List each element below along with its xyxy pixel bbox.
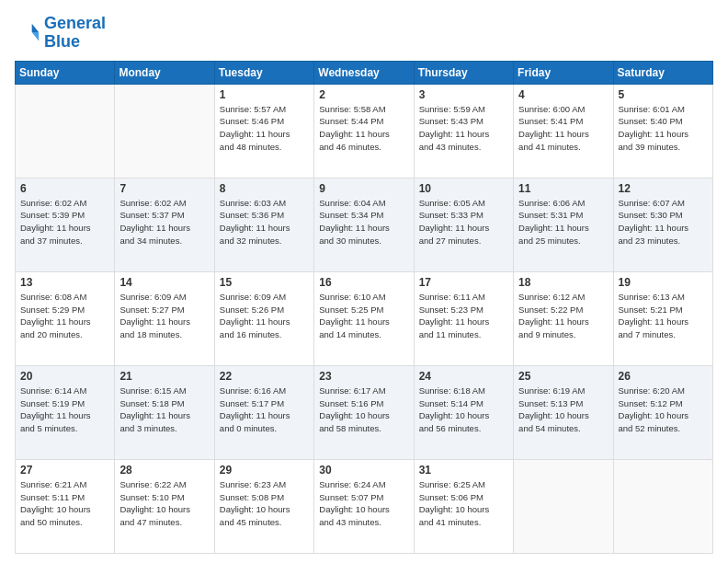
day-info: Sunrise: 6:16 AM Sunset: 5:17 PM Dayligh…	[220, 385, 309, 435]
weekday-header: Tuesday	[214, 61, 313, 84]
day-number: 9	[319, 182, 408, 195]
day-info: Sunrise: 6:17 AM Sunset: 5:16 PM Dayligh…	[319, 385, 408, 435]
calendar-cell: 20Sunrise: 6:14 AM Sunset: 5:19 PM Dayli…	[16, 365, 115, 459]
logo: General Blue	[15, 15, 106, 52]
day-info: Sunrise: 6:08 AM Sunset: 5:29 PM Dayligh…	[20, 291, 109, 341]
day-number: 26	[619, 370, 708, 383]
calendar-cell: 2Sunrise: 5:58 AM Sunset: 5:44 PM Daylig…	[314, 84, 414, 178]
day-info: Sunrise: 6:24 AM Sunset: 5:07 PM Dayligh…	[319, 478, 408, 529]
calendar-week-row: 1Sunrise: 5:57 AM Sunset: 5:46 PM Daylig…	[16, 84, 713, 178]
day-number: 11	[518, 182, 608, 195]
day-number: 23	[319, 370, 408, 383]
day-info: Sunrise: 5:57 AM Sunset: 5:46 PM Dayligh…	[220, 103, 309, 154]
logo-icon	[15, 20, 40, 46]
day-info: Sunrise: 6:01 AM Sunset: 5:40 PM Dayligh…	[619, 103, 708, 154]
day-number: 2	[319, 88, 408, 101]
calendar-cell: 11Sunrise: 6:06 AM Sunset: 5:31 PM Dayli…	[514, 178, 613, 271]
day-number: 30	[319, 464, 408, 477]
day-number: 4	[518, 88, 608, 101]
calendar-cell: 8Sunrise: 6:03 AM Sunset: 5:36 PM Daylig…	[214, 178, 313, 271]
calendar-cell	[115, 84, 214, 178]
day-number: 28	[119, 464, 209, 477]
calendar-cell: 13Sunrise: 6:08 AM Sunset: 5:29 PM Dayli…	[16, 271, 115, 365]
day-number: 17	[419, 276, 508, 289]
calendar-cell: 16Sunrise: 6:10 AM Sunset: 5:25 PM Dayli…	[314, 271, 414, 365]
day-number: 14	[119, 276, 209, 289]
day-number: 25	[518, 370, 608, 383]
calendar-cell: 5Sunrise: 6:01 AM Sunset: 5:40 PM Daylig…	[613, 84, 712, 178]
weekday-header: Monday	[115, 61, 214, 84]
calendar-week-row: 13Sunrise: 6:08 AM Sunset: 5:29 PM Dayli…	[16, 271, 713, 365]
calendar-cell	[514, 459, 613, 553]
calendar-cell: 30Sunrise: 6:24 AM Sunset: 5:07 PM Dayli…	[314, 459, 414, 553]
calendar-cell: 12Sunrise: 6:07 AM Sunset: 5:30 PM Dayli…	[613, 178, 712, 271]
calendar-cell: 9Sunrise: 6:04 AM Sunset: 5:34 PM Daylig…	[314, 178, 414, 271]
calendar-cell: 18Sunrise: 6:12 AM Sunset: 5:22 PM Dayli…	[514, 271, 613, 365]
day-info: Sunrise: 6:19 AM Sunset: 5:13 PM Dayligh…	[518, 385, 608, 435]
calendar-cell: 29Sunrise: 6:23 AM Sunset: 5:08 PM Dayli…	[214, 459, 313, 553]
calendar-cell: 24Sunrise: 6:18 AM Sunset: 5:14 PM Dayli…	[414, 365, 513, 459]
calendar-cell: 3Sunrise: 5:59 AM Sunset: 5:43 PM Daylig…	[414, 84, 513, 178]
day-number: 20	[20, 370, 109, 383]
day-info: Sunrise: 6:20 AM Sunset: 5:12 PM Dayligh…	[619, 385, 708, 435]
calendar-cell: 7Sunrise: 6:02 AM Sunset: 5:37 PM Daylig…	[115, 178, 214, 271]
day-info: Sunrise: 6:12 AM Sunset: 5:22 PM Dayligh…	[518, 291, 608, 341]
day-number: 10	[419, 182, 508, 195]
day-info: Sunrise: 6:13 AM Sunset: 5:21 PM Dayligh…	[619, 291, 708, 341]
calendar-cell: 31Sunrise: 6:25 AM Sunset: 5:06 PM Dayli…	[414, 459, 513, 553]
day-info: Sunrise: 6:23 AM Sunset: 5:08 PM Dayligh…	[220, 478, 309, 529]
day-number: 22	[220, 370, 309, 383]
page: General Blue SundayMondayTuesdayWednesda…	[0, 0, 728, 563]
weekday-header: Wednesday	[314, 61, 414, 84]
calendar-cell: 26Sunrise: 6:20 AM Sunset: 5:12 PM Dayli…	[613, 365, 712, 459]
day-info: Sunrise: 6:14 AM Sunset: 5:19 PM Dayligh…	[20, 385, 109, 435]
day-number: 7	[119, 182, 209, 195]
day-info: Sunrise: 6:06 AM Sunset: 5:31 PM Dayligh…	[518, 197, 608, 247]
day-number: 21	[119, 370, 209, 383]
day-info: Sunrise: 6:22 AM Sunset: 5:10 PM Dayligh…	[119, 478, 209, 529]
day-number: 12	[619, 182, 708, 195]
calendar-cell: 17Sunrise: 6:11 AM Sunset: 5:23 PM Dayli…	[414, 271, 513, 365]
day-number: 15	[220, 276, 309, 289]
day-number: 3	[419, 88, 508, 101]
calendar-cell: 21Sunrise: 6:15 AM Sunset: 5:18 PM Dayli…	[115, 365, 214, 459]
day-info: Sunrise: 6:18 AM Sunset: 5:14 PM Dayligh…	[419, 385, 508, 435]
day-info: Sunrise: 6:21 AM Sunset: 5:11 PM Dayligh…	[20, 478, 109, 529]
day-number: 19	[619, 276, 708, 289]
calendar-header-row: SundayMondayTuesdayWednesdayThursdayFrid…	[16, 61, 713, 84]
calendar-cell: 4Sunrise: 6:00 AM Sunset: 5:41 PM Daylig…	[514, 84, 613, 178]
day-info: Sunrise: 6:05 AM Sunset: 5:33 PM Dayligh…	[419, 197, 508, 247]
weekday-header: Friday	[514, 61, 613, 84]
svg-marker-1	[32, 32, 39, 40]
calendar-table: SundayMondayTuesdayWednesdayThursdayFrid…	[15, 61, 713, 554]
logo-text: General Blue	[44, 15, 106, 52]
svg-marker-0	[32, 24, 39, 32]
day-number: 1	[220, 88, 309, 101]
weekday-header: Thursday	[414, 61, 513, 84]
calendar-cell: 27Sunrise: 6:21 AM Sunset: 5:11 PM Dayli…	[16, 459, 115, 553]
day-number: 6	[20, 182, 109, 195]
day-info: Sunrise: 5:59 AM Sunset: 5:43 PM Dayligh…	[419, 103, 508, 154]
day-info: Sunrise: 6:00 AM Sunset: 5:41 PM Dayligh…	[518, 103, 608, 154]
calendar-cell: 10Sunrise: 6:05 AM Sunset: 5:33 PM Dayli…	[414, 178, 513, 271]
day-info: Sunrise: 6:03 AM Sunset: 5:36 PM Dayligh…	[220, 197, 309, 247]
day-number: 16	[319, 276, 408, 289]
day-info: Sunrise: 5:58 AM Sunset: 5:44 PM Dayligh…	[319, 103, 408, 154]
calendar-cell: 1Sunrise: 5:57 AM Sunset: 5:46 PM Daylig…	[214, 84, 313, 178]
day-number: 24	[419, 370, 508, 383]
day-number: 18	[518, 276, 608, 289]
calendar-cell	[16, 84, 115, 178]
day-number: 8	[220, 182, 309, 195]
weekday-header: Saturday	[613, 61, 712, 84]
day-info: Sunrise: 6:25 AM Sunset: 5:06 PM Dayligh…	[419, 478, 508, 529]
calendar-cell: 28Sunrise: 6:22 AM Sunset: 5:10 PM Dayli…	[115, 459, 214, 553]
day-number: 27	[20, 464, 109, 477]
logo-blue: Blue	[44, 32, 80, 51]
logo-general: General	[44, 14, 106, 32]
day-number: 31	[419, 464, 508, 477]
calendar-cell: 25Sunrise: 6:19 AM Sunset: 5:13 PM Dayli…	[514, 365, 613, 459]
calendar-cell: 22Sunrise: 6:16 AM Sunset: 5:17 PM Dayli…	[214, 365, 313, 459]
calendar-cell: 6Sunrise: 6:02 AM Sunset: 5:39 PM Daylig…	[16, 178, 115, 271]
day-number: 29	[220, 464, 309, 477]
calendar-cell: 15Sunrise: 6:09 AM Sunset: 5:26 PM Dayli…	[214, 271, 313, 365]
